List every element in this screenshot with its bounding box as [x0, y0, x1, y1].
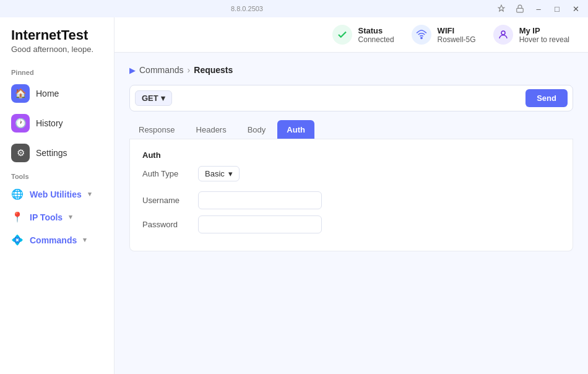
breadcrumb-separator: › — [188, 65, 191, 75]
method-dropdown[interactable]: GET ▾ — [135, 90, 172, 106]
app-title: InternetTest — [0, 27, 114, 45]
status-item-wifi: WIFI Roswell-5G — [412, 25, 476, 45]
settings-icon: ⚙ — [11, 144, 30, 162]
tab-auth[interactable]: Auth — [277, 120, 314, 139]
connection-status-icon — [332, 25, 352, 45]
maximize-button[interactable]: □ — [552, 4, 562, 14]
minimize-button[interactable]: – — [534, 4, 543, 14]
content-area: ▶ Commands › Requests GET ▾ Send Respons… — [115, 53, 588, 374]
tab-headers[interactable]: Headers — [187, 120, 236, 139]
status-item-myip[interactable]: My IP Hover to reveal — [493, 25, 569, 45]
auth-panel: Auth Auth Type Basic ▾ Username Password — [129, 139, 573, 251]
status-item-connection: Status Connected — [332, 25, 394, 45]
sidebar-item-history[interactable]: 🕐 History — [0, 108, 114, 138]
main-content: Status Connected WIFI Roswell-5G — [115, 17, 588, 374]
tab-response[interactable]: Response — [129, 120, 184, 139]
wifi-value: Roswell-5G — [438, 35, 476, 44]
web-utilities-label: Web Utilities — [30, 189, 82, 199]
commands-label: Commands — [30, 235, 77, 245]
sidebar-item-ip-tools[interactable]: 📍 IP Tools ▾ — [0, 206, 114, 228]
username-label: Username — [142, 196, 192, 205]
auth-type-select[interactable]: Basic ▾ — [198, 166, 240, 181]
breadcrumb: ▶ Commands › Requests — [129, 65, 573, 75]
titlebar-controls: – □ ✕ — [496, 4, 581, 14]
app-container: InternetTest Good afternoon, leope. Pinn… — [0, 17, 588, 374]
ip-tools-label: IP Tools — [30, 212, 63, 222]
auth-type-value: Basic — [205, 169, 225, 178]
auth-section-title: Auth — [142, 150, 560, 160]
method-value: GET — [142, 94, 158, 103]
lock-icon[interactable] — [515, 4, 525, 14]
url-input[interactable] — [177, 94, 521, 103]
breadcrumb-arrow: ▶ — [129, 66, 136, 75]
tools-label: Tools — [0, 168, 114, 183]
password-row: Password — [142, 215, 560, 233]
username-input[interactable] — [198, 191, 322, 209]
web-utilities-chevron: ▾ — [88, 190, 92, 198]
commands-icon: 💠 — [11, 234, 24, 246]
app-subtitle: Good afternoon, leope. — [0, 45, 114, 64]
web-utilities-icon: 🌐 — [11, 188, 24, 200]
pinned-label: Pinned — [0, 64, 114, 79]
ip-tools-chevron: ▾ — [69, 213, 72, 221]
password-input[interactable] — [198, 215, 322, 233]
myip-icon — [493, 25, 513, 45]
send-button[interactable]: Send — [525, 89, 568, 107]
wifi-icon — [412, 25, 431, 45]
sidebar-item-settings[interactable]: ⚙ Settings — [0, 138, 114, 168]
history-icon: 🕐 — [11, 114, 30, 133]
breadcrumb-section: Commands — [139, 65, 184, 75]
method-chevron: ▾ — [161, 94, 165, 103]
pin-icon[interactable] — [496, 4, 506, 14]
password-label: Password — [142, 220, 192, 229]
myip-value: Hover to reveal — [519, 35, 569, 44]
commands-chevron: ▾ — [83, 236, 87, 244]
tabs: Response Headers Body Auth — [129, 120, 573, 139]
status-value: Connected — [358, 35, 394, 44]
header-status: Status Connected WIFI Roswell-5G — [115, 17, 588, 53]
username-row: Username — [142, 191, 560, 209]
svg-point-2 — [501, 31, 505, 35]
breadcrumb-current: Requests — [194, 65, 233, 75]
myip-label: My IP — [519, 26, 569, 35]
auth-type-row: Auth Type Basic ▾ — [142, 166, 560, 181]
url-bar: GET ▾ Send — [129, 85, 573, 111]
sidebar-item-commands[interactable]: 💠 Commands ▾ — [0, 228, 114, 251]
home-icon: 🏠 — [11, 84, 30, 103]
sidebar: InternetTest Good afternoon, leope. Pinn… — [0, 17, 115, 374]
svg-point-1 — [420, 37, 422, 38]
auth-type-chevron: ▾ — [228, 169, 233, 178]
sidebar-item-web-utilities[interactable]: 🌐 Web Utilities ▾ — [0, 183, 114, 206]
settings-label: Settings — [36, 148, 103, 158]
titlebar: 8.8.0.2503 – □ ✕ — [0, 0, 588, 17]
history-label: History — [36, 118, 103, 128]
sidebar-item-home[interactable]: 🏠 Home — [0, 79, 114, 108]
ip-tools-icon: 📍 — [11, 211, 24, 223]
wifi-label: WIFI — [438, 26, 476, 35]
home-label: Home — [36, 89, 103, 98]
app-version: 8.8.0.2503 — [231, 5, 263, 12]
svg-rect-0 — [517, 8, 524, 12]
tab-body[interactable]: Body — [238, 120, 275, 139]
auth-type-label: Auth Type — [142, 169, 192, 178]
status-label: Status — [358, 26, 394, 35]
close-button[interactable]: ✕ — [571, 4, 581, 14]
